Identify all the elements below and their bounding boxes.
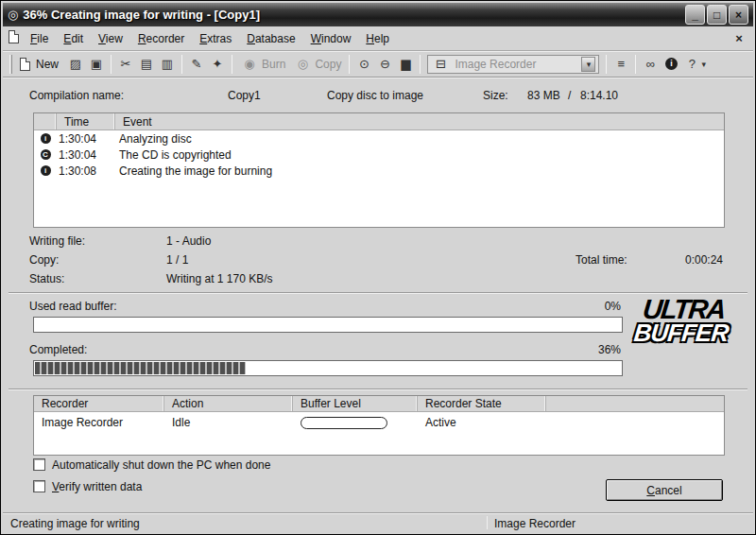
statusbar-recorder: Image Recorder bbox=[494, 517, 576, 530]
total-time-label: Total time: bbox=[576, 253, 627, 267]
info-icon: i bbox=[41, 165, 51, 176]
icon-column-header[interactable] bbox=[34, 113, 57, 129]
minimize-button[interactable]: _ bbox=[685, 5, 705, 25]
help-chevron-icon[interactable]: ▾ bbox=[701, 60, 706, 69]
time-column-header[interactable]: Time bbox=[57, 113, 115, 129]
section-divider bbox=[9, 292, 747, 294]
chevron-down-icon[interactable]: ▾ bbox=[581, 57, 595, 72]
titlebar[interactable]: ◎ 36% Creating image for writing - [Copy… bbox=[3, 3, 753, 26]
help-icon[interactable]: ? bbox=[682, 55, 701, 74]
action-column-header[interactable]: Action bbox=[164, 396, 293, 411]
size-separator: / bbox=[568, 89, 571, 102]
copy-disc-icon: ◎ bbox=[293, 55, 312, 74]
menu-edit[interactable]: Edit bbox=[56, 29, 91, 48]
save-icon[interactable]: ▣ bbox=[87, 55, 106, 74]
close-button[interactable]: × bbox=[729, 5, 748, 25]
table-row[interactable]: Image Recorder Idle Active bbox=[34, 412, 724, 433]
writing-file-value: 1 - Audio bbox=[166, 234, 211, 248]
document-close-icon[interactable]: × bbox=[730, 30, 747, 47]
event-log[interactable]: Time Event i 1:30:04 Analyzing disc C 1:… bbox=[33, 112, 725, 228]
application-window: ◎ 36% Creating image for writing - [Copy… bbox=[0, 0, 756, 535]
new-label: New bbox=[33, 58, 61, 71]
toolbar-grip[interactable] bbox=[9, 55, 12, 74]
log-event: The CD is copyrighted bbox=[115, 148, 724, 162]
menu-window[interactable]: Window bbox=[303, 29, 359, 48]
recorder-state: Active bbox=[418, 416, 546, 429]
new-document-icon bbox=[20, 58, 30, 71]
toolbar-separator bbox=[420, 55, 421, 74]
log-row: i 1:30:04 Analyzing disc bbox=[34, 130, 724, 147]
writing-file-label: Writing file: bbox=[29, 234, 85, 248]
menu-database[interactable]: Database bbox=[239, 29, 302, 48]
speed-test-icon[interactable]: ▆ bbox=[396, 55, 415, 74]
menu-help[interactable]: Help bbox=[358, 29, 397, 48]
menu-recorder[interactable]: Recorder bbox=[130, 29, 192, 48]
copy-disc-button: ◎ Copy bbox=[290, 55, 344, 74]
duration-value: 8:14.10 bbox=[580, 89, 618, 102]
completed-label: Completed: bbox=[29, 343, 87, 356]
toolbar: New ▨ ▣ ✂ ▤ ▥ ✎ ✦ ◉ Burn ◎ Copy ⊙ ⊖ ▆ ⊟ … bbox=[3, 51, 753, 78]
shutdown-checkbox-label[interactable]: Automatically shut down the PC when done bbox=[52, 458, 270, 472]
toolbar-separator bbox=[349, 55, 350, 74]
window-title: 36% Creating image for writing - [Copy1] bbox=[23, 8, 260, 22]
info-icon: i bbox=[41, 133, 51, 144]
recorder-name: Image Recorder bbox=[34, 416, 164, 429]
buffer-level-column-header[interactable]: Buffer Level bbox=[293, 396, 418, 411]
log-row: i 1:30:08 Creating the image for burning bbox=[34, 163, 724, 179]
search-icon[interactable]: ∞ bbox=[641, 55, 660, 74]
event-column-header[interactable]: Event bbox=[115, 113, 724, 129]
completed-progressbar bbox=[33, 360, 623, 376]
verify-checkbox-label[interactable]: Verify written data bbox=[52, 480, 142, 493]
statusbar-message: Creating image for writing bbox=[10, 517, 140, 530]
open-icon[interactable]: ▨ bbox=[66, 55, 85, 74]
total-time-value: 0:00:24 bbox=[685, 253, 723, 267]
completed-percent: 36% bbox=[598, 343, 621, 356]
empty-column-header bbox=[546, 396, 724, 411]
compilation-mode: Copy disc to image bbox=[327, 89, 423, 102]
menu-file[interactable]: File bbox=[23, 29, 56, 48]
cut-icon[interactable]: ✂ bbox=[116, 55, 135, 74]
verify-checkbox[interactable] bbox=[33, 480, 45, 492]
cancel-button-label: Cancel bbox=[646, 484, 681, 497]
list-view-icon[interactable]: ≡ bbox=[611, 55, 630, 74]
disc-info-icon[interactable]: ⊙ bbox=[354, 55, 373, 74]
shutdown-checkbox[interactable] bbox=[33, 458, 45, 471]
menu-view[interactable]: View bbox=[91, 29, 130, 48]
eject-icon[interactable]: ⊖ bbox=[375, 55, 394, 74]
wizard-icon[interactable]: ✦ bbox=[208, 55, 227, 74]
info-circle-icon: i bbox=[665, 58, 678, 70]
info-icon[interactable]: i bbox=[662, 55, 680, 74]
statusbar: Creating image for writing Image Recorde… bbox=[3, 512, 753, 532]
cancel-button[interactable]: Cancel bbox=[606, 479, 723, 501]
compilation-properties-icon[interactable]: ✎ bbox=[187, 55, 206, 74]
toolbar-separator bbox=[606, 55, 607, 74]
maximize-button[interactable]: □ bbox=[707, 5, 727, 25]
recorder-state-column-header[interactable]: Recorder State bbox=[418, 396, 546, 411]
copy-icon[interactable]: ▤ bbox=[137, 55, 156, 74]
size-value: 83 MB bbox=[527, 89, 560, 102]
recorder-table-header: Recorder Action Buffer Level Recorder St… bbox=[34, 396, 724, 412]
status-label: Status: bbox=[29, 272, 64, 285]
section-divider bbox=[9, 388, 747, 390]
paste-icon[interactable]: ▥ bbox=[158, 55, 177, 74]
buffer-level-bar bbox=[301, 417, 387, 429]
window-controls: _ □ × bbox=[685, 5, 748, 25]
log-event: Creating the image for burning bbox=[115, 164, 724, 178]
logo-line1: ULTRA bbox=[625, 298, 743, 321]
compilation-name-label: Compilation name: bbox=[29, 89, 124, 102]
recorder-column-header[interactable]: Recorder bbox=[34, 396, 164, 411]
log-event: Analyzing disc bbox=[115, 132, 724, 146]
document-icon bbox=[9, 30, 19, 46]
recorder-select[interactable]: ⊟ Image Recorder ▾ bbox=[427, 55, 599, 74]
new-compilation-button[interactable]: New bbox=[17, 55, 64, 74]
recorder-select-value: Image Recorder bbox=[455, 58, 576, 71]
recorder-table[interactable]: Recorder Action Buffer Level Recorder St… bbox=[33, 395, 725, 456]
log-time: 1:30:08 bbox=[57, 164, 115, 178]
menu-extras[interactable]: Extras bbox=[192, 29, 239, 48]
burn-button: ◉ Burn bbox=[237, 55, 288, 74]
copy-count-value: 1 / 1 bbox=[166, 253, 188, 267]
burn-icon: ◉ bbox=[240, 55, 259, 74]
event-log-header: Time Event bbox=[34, 113, 724, 130]
ultrabuffer-logo: ULTRA BUFFER bbox=[622, 298, 742, 344]
log-time: 1:30:04 bbox=[57, 148, 115, 162]
